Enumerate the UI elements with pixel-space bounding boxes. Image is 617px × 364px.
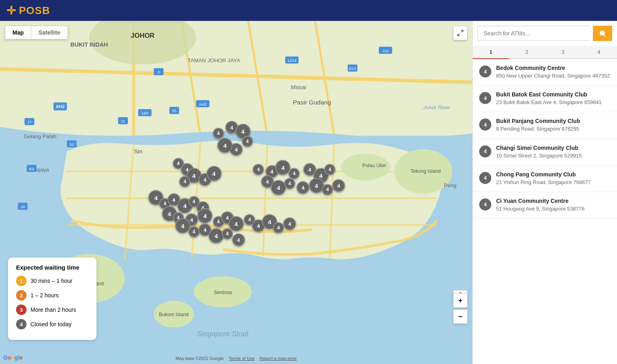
fullscreen-button[interactable] bbox=[453, 26, 468, 40]
atm-list: 4 Bedok Community Centre 850 New Upper C… bbox=[473, 59, 617, 364]
legend-label-4: Closed for today bbox=[31, 321, 72, 327]
google-logo: Google bbox=[3, 354, 22, 361]
map-marker[interactable]: 4 bbox=[253, 164, 264, 175]
legend-title: Expected waiting time bbox=[16, 264, 88, 271]
legend-item-1: 1 30 mins – 1 hour bbox=[16, 276, 88, 286]
atm-name: Bukit Batok East Community Club bbox=[496, 91, 611, 98]
tab-map[interactable]: Map bbox=[5, 26, 31, 39]
tab-satellite[interactable]: Satellite bbox=[31, 26, 67, 39]
map-marker[interactable]: 4 bbox=[273, 222, 284, 233]
list-item[interactable]: 4 Changi Simei Community Club 10 Simei S… bbox=[473, 139, 617, 166]
zoom-out-button[interactable]: − bbox=[453, 309, 468, 324]
search-input[interactable] bbox=[478, 26, 590, 41]
map-marker[interactable]: 4 bbox=[232, 233, 245, 246]
map-marker[interactable]: 4 bbox=[288, 168, 300, 179]
legend-badge-1: 1 bbox=[16, 276, 27, 286]
atm-badge: 4 bbox=[479, 172, 491, 184]
map-marker[interactable]: 4 bbox=[242, 136, 253, 147]
main-content: Map Satellite bbox=[0, 21, 617, 364]
pagination: 1 2 3 4 bbox=[473, 46, 617, 59]
map-marker[interactable]: 4 bbox=[208, 228, 224, 243]
atm-address: 850 New Upper Changi Road, Singapore 467… bbox=[496, 72, 611, 80]
map-marker[interactable]: 4 bbox=[206, 166, 222, 181]
list-item[interactable]: 4 Bukit Batok East Community Club 23 Buk… bbox=[473, 86, 617, 112]
atm-name: Chong Pang Community Club bbox=[496, 171, 611, 178]
list-item[interactable]: 4 Chong Pang Community Club 21 Yishun Ri… bbox=[473, 166, 617, 192]
legend: Expected waiting time 1 30 mins – 1 hour… bbox=[8, 258, 96, 340]
legend-item-3: 3 More than 2 hours bbox=[16, 305, 88, 315]
map-marker[interactable]: 4 bbox=[213, 128, 224, 139]
list-item[interactable]: 4 Bukit Panjang Community Club 8 Pending… bbox=[473, 112, 617, 139]
list-item[interactable]: 4 Bedok Community Centre 850 New Upper C… bbox=[473, 59, 617, 86]
atm-badge: 4 bbox=[479, 92, 491, 104]
map-marker[interactable]: 4 bbox=[322, 184, 333, 195]
search-button[interactable] bbox=[593, 26, 612, 41]
atm-info: Bukit Panjang Community Club 8 Pending R… bbox=[496, 118, 611, 133]
legend-badge-2: 2 bbox=[16, 290, 27, 301]
legend-item-4: 4 Closed for today bbox=[16, 319, 88, 329]
page-2-button[interactable]: 2 bbox=[509, 46, 545, 59]
atm-info: Chong Pang Community Club 21 Yishun Ring… bbox=[496, 171, 611, 186]
map-marker[interactable]: 4 bbox=[284, 178, 295, 189]
svg-line-69 bbox=[604, 35, 605, 36]
zoom-in-button[interactable]: + bbox=[453, 293, 468, 308]
page-3-button[interactable]: 3 bbox=[545, 46, 581, 59]
legend-badge-4: 4 bbox=[16, 319, 27, 329]
atm-name: Ci Yuan Community Centre bbox=[496, 198, 611, 204]
map-marker[interactable]: 4 bbox=[283, 217, 296, 230]
map-marker[interactable]: 4 bbox=[324, 164, 335, 175]
atm-badge: 4 bbox=[479, 119, 491, 131]
map-marker[interactable]: 4 bbox=[217, 138, 233, 153]
map-marker[interactable]: 4 bbox=[332, 179, 345, 192]
map-marker[interactable]: 4 bbox=[188, 226, 200, 237]
search-bar bbox=[473, 21, 617, 46]
posb-logo-text: POSB bbox=[19, 4, 50, 17]
atm-name: Bukit Panjang Community Club bbox=[496, 118, 611, 124]
atm-info: Ci Yuan Community Centre 51 Hougang Ave … bbox=[496, 198, 611, 213]
map-marker[interactable]: 4 bbox=[179, 176, 190, 187]
atm-info: Bukit Batok East Community Club 23 Bukit… bbox=[496, 91, 611, 106]
atm-name: Changi Simei Community Club bbox=[496, 145, 611, 151]
page-4-button[interactable]: 4 bbox=[581, 46, 617, 59]
svg-point-68 bbox=[600, 31, 605, 35]
legend-label-1: 30 mins – 1 hour bbox=[31, 278, 72, 284]
header: ✛ POSB bbox=[0, 0, 617, 21]
atm-address: 23 Bukit Batok East Ave 4, Singapore 659… bbox=[496, 99, 611, 106]
legend-label-2: 1 – 2 hours bbox=[31, 292, 59, 299]
atm-address: 10 Simei Street 2, Singapore 529915 bbox=[496, 152, 611, 160]
map-attribution: Map data ©2021 Google Terms of Use Repor… bbox=[176, 356, 297, 361]
map-marker[interactable]: 4 bbox=[296, 181, 309, 194]
atm-info: Changi Simei Community Club 10 Simei Str… bbox=[496, 145, 611, 160]
map-marker[interactable]: 4 bbox=[222, 228, 233, 239]
logo: ✛ POSB bbox=[6, 4, 50, 17]
posb-logo-icon: ✛ bbox=[6, 4, 16, 17]
svg-line-0 bbox=[461, 30, 463, 32]
atm-badge: 4 bbox=[479, 198, 491, 211]
map-container: Map Satellite bbox=[0, 21, 472, 364]
svg-line-1 bbox=[458, 34, 460, 36]
atm-address: 51 Hougang Ave 9, Singapore 538776 bbox=[496, 205, 611, 213]
page-1-button[interactable]: 1 bbox=[473, 46, 509, 59]
terms-link[interactable]: Terms of Use bbox=[229, 356, 255, 361]
atm-info: Bedok Community Centre 850 New Upper Cha… bbox=[496, 65, 611, 80]
map-data-text: Map data ©2021 Google bbox=[176, 356, 224, 361]
report-link[interactable]: Report a map error bbox=[259, 356, 297, 361]
atm-address: 8 Pending Road, Singapore 678295 bbox=[496, 125, 611, 133]
right-panel: 1 2 3 4 4 Bedok Community Centre 850 New… bbox=[472, 21, 617, 364]
map-view-tabs: Map Satellite bbox=[5, 26, 68, 39]
legend-item-2: 2 1 – 2 hours bbox=[16, 290, 88, 301]
map-marker[interactable]: 4 bbox=[197, 208, 212, 223]
atm-address: 21 Yishun Ring Road, Singapore 768677 bbox=[496, 179, 611, 186]
atm-name: Bedok Community Centre bbox=[496, 65, 611, 71]
atm-badge: 4 bbox=[479, 65, 491, 78]
legend-badge-3: 3 bbox=[16, 305, 27, 315]
list-item[interactable]: 4 Ci Yuan Community Centre 51 Hougang Av… bbox=[473, 192, 617, 219]
map-zoom-controls: + − bbox=[453, 293, 468, 324]
legend-label-3: More than 2 hours bbox=[31, 307, 76, 313]
atm-badge: 4 bbox=[479, 145, 491, 157]
